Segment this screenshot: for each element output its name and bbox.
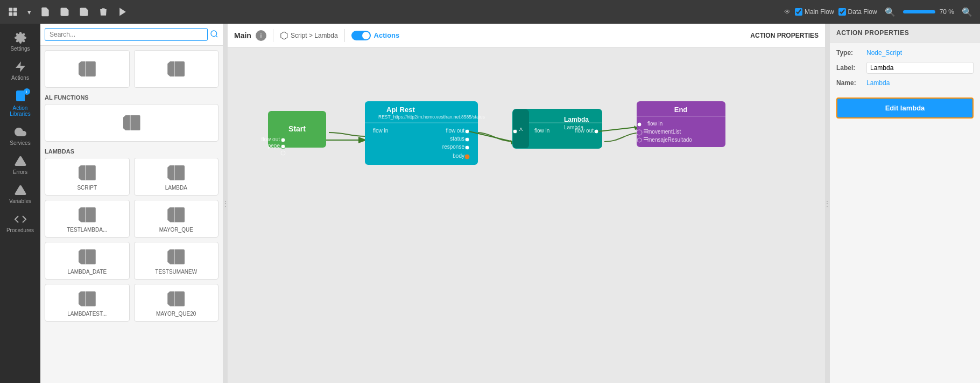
svg-rect-3 — [13, 12, 17, 16]
sidebar-item-action-libraries[interactable]: i Action Libraries — [2, 86, 39, 120]
canvas-info-button[interactable]: i — [256, 30, 266, 41]
top-card-2[interactable] — [134, 50, 219, 88]
search-button[interactable] — [210, 30, 218, 40]
svg-rect-52 — [644, 129, 648, 130]
svg-text:pepe: pepe — [268, 143, 280, 149]
al-functions-header: AL FUNCTIONS — [45, 94, 218, 101]
home-button[interactable] — [4, 3, 22, 20]
home-dropdown-button[interactable]: ▾ — [24, 3, 34, 20]
svg-text:body: body — [453, 153, 464, 159]
zoom-bar — [903, 10, 935, 13]
edit-lambda-button[interactable]: Edit lambda — [836, 98, 974, 119]
save-as-button[interactable] — [75, 3, 93, 20]
lambda-card-lambda-date[interactable]: LAMBDA_DATE — [45, 242, 130, 280]
left-drag-handle[interactable] — [223, 24, 228, 383]
sidebar-item-actions-label: Actions — [11, 75, 29, 81]
svg-text:Lambda: Lambda — [564, 116, 589, 123]
svg-rect-1 — [13, 8, 17, 12]
prop-name-label: Name: — [836, 79, 863, 87]
toggle-track[interactable] — [351, 31, 371, 40]
sidebar-item-services[interactable]: Services — [2, 122, 39, 149]
flow-svg: Start flow out pepe Api Rest REST_https:… — [228, 47, 825, 383]
lambda-card-testlambda[interactable]: TESTLAMBDA... — [45, 200, 130, 238]
toggle-knob — [362, 32, 370, 39]
sidebar-item-errors[interactable]: Errors — [2, 151, 39, 178]
right-drag-handle[interactable] — [825, 24, 829, 383]
svg-text:Λ: Λ — [519, 127, 523, 132]
search-bar — [40, 24, 223, 46]
svg-marker-6 — [16, 61, 25, 72]
svg-point-30 — [464, 154, 470, 159]
svg-text:flow in: flow in — [647, 121, 662, 127]
zoom-out-button[interactable]: 🔍 — [882, 3, 899, 20]
sidebar-item-variables-label: Variables — [9, 198, 31, 204]
svg-point-40 — [594, 129, 598, 134]
right-panel-content: Type: Node_Script Label: Name: Lambda — [830, 43, 980, 93]
right-panel-header: ACTION PROPERTIES — [830, 24, 980, 43]
canvas-area: Main i ⬡ Script > Lambda Actions ACTION … — [228, 24, 825, 383]
svg-point-9 — [211, 31, 217, 37]
prop-type-row: Type: Node_Script — [836, 49, 974, 57]
toolbar: ▾ 👁 Main Flow Data Flow 🔍 70 % 🔍 — [0, 0, 980, 24]
delete-button[interactable] — [95, 3, 112, 20]
canvas-divider — [273, 29, 273, 42]
top-card-1[interactable] — [45, 50, 130, 88]
top-cards-grid — [45, 50, 218, 88]
lambda-card-script[interactable]: SCRIPT — [45, 158, 130, 196]
library-panel: AL FUNCTIONS LAMBDAS SCRIPT LAMBDA TESTL… — [40, 24, 223, 383]
svg-text:flow in: flow in — [534, 128, 549, 134]
canvas-title: Main — [234, 31, 251, 40]
svg-point-17 — [281, 151, 285, 155]
svg-point-14 — [281, 138, 285, 142]
prop-label-row: Label: — [836, 62, 974, 74]
main-content: Settings Actions i Action Libraries Serv… — [0, 24, 980, 383]
data-flow-checkbox[interactable] — [838, 8, 846, 16]
main-flow-checkbox[interactable] — [795, 8, 802, 16]
sidebar-item-settings[interactable]: Settings — [2, 28, 39, 55]
svg-point-16 — [281, 144, 285, 149]
svg-rect-2 — [9, 12, 13, 16]
save-button[interactable] — [56, 3, 73, 20]
data-flow-toggle[interactable]: Data Flow — [838, 8, 877, 16]
al-functions-card[interactable] — [45, 104, 218, 142]
visibility-icon: 👁 — [784, 8, 791, 16]
search-input[interactable] — [45, 28, 208, 41]
new-button[interactable] — [37, 3, 54, 20]
prop-type-label: Type: — [836, 49, 863, 57]
lambda-card-mayor-que[interactable]: MAYOR_QUE — [134, 200, 219, 238]
actions-label: Actions — [374, 31, 400, 39]
svg-text:flow out: flow out — [262, 136, 280, 142]
lambda-card-mayor-que20[interactable]: MAYOR_QUE20 — [134, 284, 219, 322]
prop-label-input[interactable] — [866, 62, 974, 74]
svg-point-26 — [465, 137, 469, 142]
svg-text:response: response — [442, 144, 465, 150]
sidebar-item-procedures[interactable]: Procedures — [2, 210, 39, 236]
main-flow-toggle[interactable]: Main Flow — [795, 8, 834, 16]
main-flow-label: Main Flow — [805, 8, 834, 16]
svg-point-41 — [513, 129, 517, 134]
sidebar-item-variables[interactable]: Variables — [2, 180, 39, 207]
sidebar-item-services-label: Services — [10, 140, 30, 146]
sidebar-item-errors-label: Errors — [13, 169, 27, 175]
svg-point-28 — [465, 145, 469, 150]
prop-type-value: Node_Script — [866, 49, 902, 57]
svg-line-10 — [216, 36, 217, 37]
lambda-card-lambdatest[interactable]: LAMBDATEST... — [45, 284, 130, 322]
right-panel: ACTION PROPERTIES Type: Node_Script Labe… — [829, 24, 980, 383]
lambdas-header: LAMBDAS — [45, 148, 218, 155]
sidebar-item-procedures-label: Procedures — [6, 227, 34, 233]
flow-canvas[interactable]: Start flow out pepe Api Rest REST_https:… — [228, 47, 825, 383]
svg-point-47 — [637, 122, 641, 127]
sidebar-item-actions[interactable]: Actions — [2, 57, 39, 84]
lambda-card-testsumanew[interactable]: TESTSUMANEW — [134, 242, 219, 280]
data-flow-label: Data Flow — [848, 8, 877, 16]
library-content: AL FUNCTIONS LAMBDAS SCRIPT LAMBDA TESTL… — [40, 46, 223, 383]
run-button[interactable] — [114, 3, 131, 20]
svg-text:REST_https://http2/m.homo.vest: REST_https://http2/m.homo.vestfran.net:8… — [378, 114, 485, 120]
actions-toggle[interactable]: Actions — [351, 31, 400, 40]
canvas-divider-2 — [344, 29, 345, 42]
svg-text:flow out: flow out — [575, 128, 594, 134]
lambda-card-lambda[interactable]: LAMBDA — [134, 158, 219, 196]
svg-point-24 — [465, 129, 469, 134]
zoom-in-button[interactable]: 🔍 — [958, 3, 976, 20]
